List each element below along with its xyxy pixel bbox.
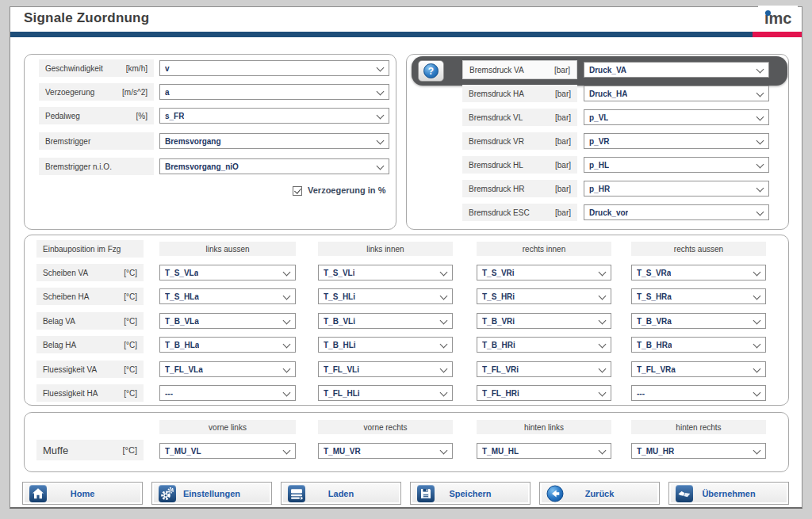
scheiben-va-rechts-innen-dropdown[interactable]: T_S_VRi <box>477 265 611 280</box>
dropdown-value: T_S_VRa <box>637 269 671 277</box>
chevron-down-icon <box>440 447 448 455</box>
muffe-vorne-links-dropdown[interactable]: T_MU_VL <box>159 443 296 459</box>
dropdown-value: T_B_VRi <box>482 317 515 326</box>
bremsdruck-va-dropdown[interactable]: Druck_VA <box>584 62 769 78</box>
grid-corner-label: Einbauposition im Fzg <box>36 240 144 258</box>
chevron-down-icon <box>283 365 291 373</box>
field-label: Bremsdruck HL [bar] <box>462 156 577 174</box>
belag-va-rechts-innen-dropdown[interactable]: T_B_VRi <box>477 313 611 329</box>
label-text: Bremsdruck ESC <box>469 208 530 217</box>
belag-ha-rechts-aussen-dropdown[interactable]: T_B_HRa <box>631 337 766 353</box>
home-button[interactable]: Home <box>22 482 143 505</box>
field-label: Bremstrigger <box>39 132 154 150</box>
dropdown-value: T_S_HRi <box>482 292 515 301</box>
dropdown-value: Druck_vor <box>589 208 628 217</box>
page-title: Signale Zuordnung <box>24 10 149 26</box>
verzoegerung-checkbox[interactable] <box>293 186 302 196</box>
scheiben-ha-rechts-aussen-dropdown[interactable]: T_S_HRa <box>631 288 766 304</box>
geschwindigkeit-dropdown[interactable]: v <box>159 60 389 76</box>
scheiben-ha-rechts-innen-dropdown[interactable]: T_S_HRi <box>477 288 611 304</box>
fluessigkeit-va-rechts-aussen-dropdown[interactable]: T_FL_VRa <box>631 361 766 377</box>
label-text: Bremsdruck HA <box>469 90 524 98</box>
chevron-down-icon <box>756 137 764 145</box>
muffe-vorne-rechts-dropdown[interactable]: T_MU_VR <box>318 443 453 459</box>
label-text: Bremstrigger n.i.O. <box>45 162 112 171</box>
pedalweg-dropdown[interactable]: s_FR <box>159 108 389 124</box>
scheiben-va-rechts-aussen-dropdown[interactable]: T_S_VRa <box>631 265 766 280</box>
label-text: Fluessigkeit HA <box>43 389 98 398</box>
field-label: Belag VA [°C] <box>36 312 144 330</box>
field-label: Pedalweg [%] <box>39 107 154 124</box>
chevron-down-icon <box>599 389 607 397</box>
unit-text: [°C] <box>124 292 137 301</box>
bremstrigger-dropdown[interactable]: Bremsvorgang <box>159 133 389 149</box>
bremsdruck-hl-dropdown[interactable]: p_HL <box>584 157 769 173</box>
scheiben-ha-links-aussen-dropdown[interactable]: T_S_HLa <box>159 288 296 304</box>
bremsdruck-esc-dropdown[interactable]: Druck_vor <box>584 204 769 220</box>
dropdown-value: T_FL_HLi <box>324 389 360 398</box>
dropdown-value: T_S_VRi <box>482 269 515 277</box>
scheiben-ha-links-innen-dropdown[interactable]: T_S_HLi <box>318 288 453 304</box>
dropdown-value: Druck_VA <box>589 66 626 74</box>
belag-ha-links-aussen-dropdown[interactable]: T_B_HLa <box>159 337 296 353</box>
bremsdruck-hr-dropdown[interactable]: p_HR <box>584 181 769 197</box>
dropdown-value: T_MU_VR <box>324 447 361 456</box>
bremsdruck-ha-dropdown[interactable]: Druck_HA <box>584 86 769 101</box>
belag-va-links-innen-dropdown[interactable]: T_B_VLi <box>318 313 453 329</box>
muffe-hinten-rechts-dropdown[interactable]: T_MU_HR <box>631 443 766 459</box>
chevron-down-icon <box>283 269 291 277</box>
fluessigkeit-va-rechts-innen-dropdown[interactable]: T_FL_VRi <box>477 361 611 377</box>
zurueck-button[interactable]: Zurück <box>539 482 660 505</box>
einstellungen-button[interactable]: Einstellungen <box>151 482 272 505</box>
unit-text: [bar] <box>555 185 571 193</box>
fluessigkeit-ha-links-aussen-dropdown[interactable]: --- <box>159 385 296 401</box>
fluessigkeit-ha-links-innen-dropdown[interactable]: T_FL_HLi <box>318 385 453 401</box>
belag-va-links-aussen-dropdown[interactable]: T_B_VLa <box>159 313 296 329</box>
field-label: Bremsdruck VR [bar] <box>462 132 577 150</box>
fluessigkeit-ha-rechts-aussen-dropdown[interactable]: --- <box>631 385 766 401</box>
column-header-links-aussen: links aussen <box>159 242 296 256</box>
chevron-down-icon <box>599 292 607 300</box>
verzoegerung-dropdown[interactable]: a <box>159 84 389 100</box>
imc-logo: imc <box>758 6 798 32</box>
dropdown-value: T_B_HLi <box>324 341 356 349</box>
dropdown-value: T_FL_HRi <box>482 389 519 398</box>
chevron-down-icon <box>283 292 291 300</box>
field-label: Belag HA [°C] <box>36 336 144 353</box>
fluessigkeit-va-links-innen-dropdown[interactable]: T_FL_VLi <box>318 361 453 377</box>
uebernehmen-button[interactable]: Übernehmen <box>668 482 789 505</box>
chevron-down-icon <box>599 447 607 455</box>
bremsdruck-vl-dropdown[interactable]: p_VL <box>584 109 769 125</box>
belag-ha-links-innen-dropdown[interactable]: T_B_HLi <box>318 337 453 353</box>
fluessigkeit-va-links-aussen-dropdown[interactable]: T_FL_VLa <box>159 361 296 377</box>
unit-text: [bar] <box>555 113 571 122</box>
field-label: Bremsdruck VL [bar] <box>462 109 577 126</box>
bremstrigger-nio-dropdown[interactable]: Bremsvorgang_niO <box>159 158 389 174</box>
chevron-down-icon <box>283 389 291 397</box>
laden-button[interactable]: Laden <box>281 482 401 505</box>
dropdown-value: T_FL_VLa <box>165 365 203 374</box>
unit-text: [bar] <box>554 66 570 74</box>
field-label: Scheiben VA [°C] <box>36 264 144 281</box>
dropdown-value: s_FR <box>165 112 184 120</box>
help-button[interactable]: ? <box>418 60 444 82</box>
belag-va-rechts-aussen-dropdown[interactable]: T_B_VRa <box>631 313 766 329</box>
unit-text: [bar] <box>555 208 571 217</box>
dropdown-value: p_VR <box>589 137 610 146</box>
column-header-hinten-links: hinten links <box>477 420 611 434</box>
column-header-rechts-aussen: rechts aussen <box>631 242 766 256</box>
chevron-down-icon <box>756 161 764 169</box>
scheiben-va-links-innen-dropdown[interactable]: T_S_VLi <box>318 265 453 280</box>
scheiben-va-links-aussen-dropdown[interactable]: T_S_VLa <box>159 265 296 280</box>
belag-ha-rechts-innen-dropdown[interactable]: T_B_HRi <box>477 337 611 353</box>
header-divider <box>10 32 802 37</box>
chevron-down-icon <box>756 208 764 216</box>
muffe-hinten-links-dropdown[interactable]: T_MU_HL <box>477 443 611 459</box>
label-text: Scheiben VA <box>43 269 88 277</box>
label-text: Einbauposition im Fzg <box>43 245 121 254</box>
speichern-button[interactable]: Speichern <box>410 482 530 505</box>
fluessigkeit-ha-rechts-innen-dropdown[interactable]: T_FL_HRi <box>477 385 611 401</box>
button-label: Speichern <box>411 483 530 504</box>
label-text: Belag VA <box>43 317 75 326</box>
bremsdruck-vr-dropdown[interactable]: p_VR <box>584 133 769 149</box>
